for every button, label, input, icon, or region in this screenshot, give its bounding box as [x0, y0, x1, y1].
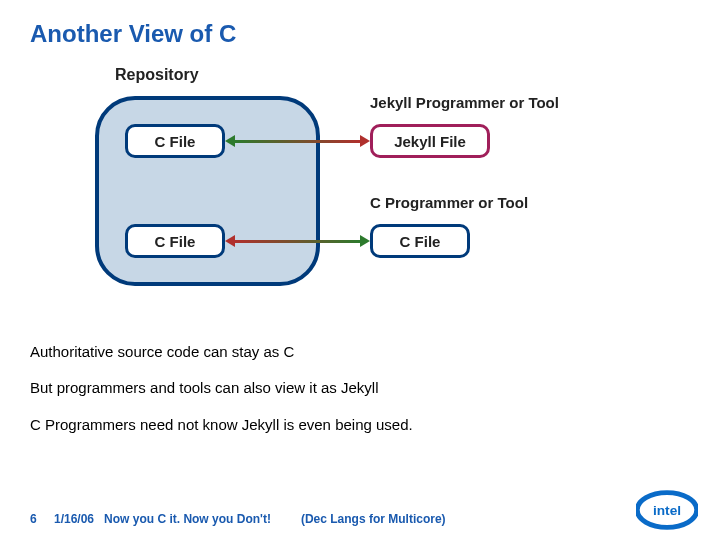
arrow-line — [235, 140, 360, 143]
body-line-1: Authoritative source code can stay as C — [30, 342, 690, 362]
arrowhead-left-icon — [225, 135, 235, 147]
footer-desc: (Dec Langs for Multicore) — [301, 512, 446, 526]
c-programmer-label: C Programmer or Tool — [370, 194, 528, 211]
repository-heading: Repository — [115, 66, 690, 84]
arrowhead-left-icon — [225, 235, 235, 247]
slide-title: Another View of C — [30, 20, 690, 48]
c-file-box-top-left: C File — [125, 124, 225, 158]
jekyll-programmer-label: Jekyll Programmer or Tool — [370, 94, 559, 111]
arrow-line — [235, 240, 360, 243]
arrowhead-right-icon — [360, 235, 370, 247]
diagram: C File C File Jekyll Programmer or Tool … — [30, 90, 690, 320]
intel-logo-icon: intel — [636, 490, 698, 530]
slide: Another View of C Repository C File C Fi… — [0, 0, 720, 540]
c-file-box-bottom-left: C File — [125, 224, 225, 258]
footer: 6 1/16/06 Now you C it. Now you Don't! (… — [0, 512, 720, 526]
body-line-2: But programmers and tools can also view … — [30, 378, 690, 398]
svg-text:intel: intel — [653, 503, 681, 518]
footer-date: 1/16/06 — [54, 512, 94, 526]
body-line-3: C Programmers need not know Jekyll is ev… — [30, 415, 690, 435]
body-text: Authoritative source code can stay as C … — [30, 342, 690, 435]
arrow-bottom — [235, 240, 360, 243]
c-file-box-right: C File — [370, 224, 470, 258]
arrow-top — [235, 140, 360, 143]
footer-tagline: Now you C it. Now you Don't! — [104, 512, 271, 526]
arrowhead-right-icon — [360, 135, 370, 147]
page-number: 6 — [30, 512, 54, 526]
jekyll-file-box: Jekyll File — [370, 124, 490, 158]
